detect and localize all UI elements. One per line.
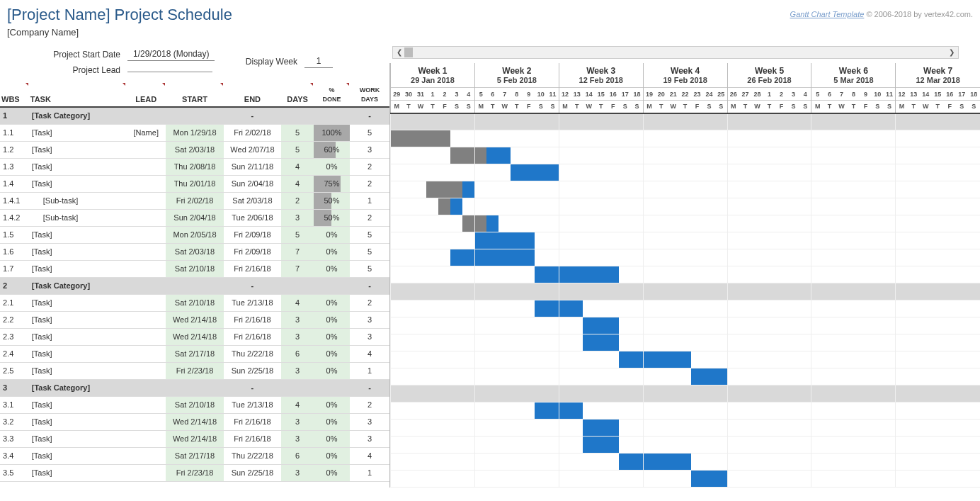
- day-number: 11: [884, 88, 896, 101]
- gantt-row: [391, 181, 981, 198]
- week-date: 26 Feb 2018: [727, 76, 811, 88]
- day-number: 13: [908, 88, 920, 101]
- day-number: 18: [631, 88, 643, 101]
- day-number: 17: [619, 88, 631, 101]
- col-end[interactable]: END: [224, 82, 281, 107]
- day-letter: F: [607, 101, 619, 113]
- day-letter: W: [751, 101, 763, 113]
- task-row[interactable]: 3.3[Task]Wed 2/14/18Fri 2/16/1830%3: [0, 430, 389, 447]
- task-row[interactable]: 3.5[Task]Fri 2/23/18Sun 2/25/1830%1: [0, 464, 389, 481]
- gantt-row: [391, 283, 981, 300]
- day-number: 8: [848, 88, 860, 101]
- col-start[interactable]: START: [166, 82, 223, 107]
- week-header: Week 7: [896, 63, 980, 76]
- category-row[interactable]: 3[Task Category]--: [0, 379, 389, 396]
- timeline-scrollbar[interactable]: ❮ ❯: [392, 46, 959, 59]
- day-number: 2: [775, 88, 787, 101]
- gantt-row: [391, 215, 981, 232]
- day-number: 29: [391, 88, 403, 101]
- day-letter: F: [775, 101, 787, 113]
- task-row[interactable]: 1.1[Task][Name]Mon 1/29/18Fri 2/02/18510…: [0, 124, 389, 141]
- day-number: 12: [896, 88, 908, 101]
- day-letter: S: [956, 101, 968, 113]
- col-pct-done[interactable]: %DONE: [314, 82, 350, 107]
- week-date: 12 Feb 2018: [559, 76, 643, 88]
- day-letter: F: [691, 101, 703, 113]
- day-letter: S: [547, 101, 559, 113]
- day-number: 12: [559, 88, 571, 101]
- day-number: 10: [535, 88, 547, 101]
- day-letter: T: [655, 101, 667, 113]
- day-number: 16: [944, 88, 956, 101]
- task-row[interactable]: 3.4[Task]Sat 2/17/18Thu 2/22/1860%4: [0, 447, 389, 464]
- task-row[interactable]: 1.2[Task]Sat 2/03/18Wed 2/07/18560%3: [0, 141, 389, 158]
- gantt-row: [391, 147, 981, 164]
- day-letter: T: [571, 101, 583, 113]
- category-row[interactable]: 2[Task Category]--: [0, 277, 389, 294]
- gantt-chart: Week 1Week 2Week 3Week 4Week 5Week 6Week…: [390, 63, 980, 488]
- project-start-value[interactable]: 1/29/2018 (Monday): [127, 47, 215, 61]
- project-lead-label: Project Lead: [0, 65, 127, 75]
- col-work-days[interactable]: WORKDAYS: [350, 82, 389, 107]
- col-wbs[interactable]: WBS: [0, 82, 29, 107]
- gantt-row: [391, 454, 981, 471]
- week-header: Week 5: [727, 63, 811, 76]
- day-number: 14: [920, 88, 932, 101]
- col-days[interactable]: DAYS: [281, 82, 314, 107]
- day-letter: T: [739, 101, 751, 113]
- template-link[interactable]: Gantt Chart Template: [790, 10, 865, 18]
- scroll-handle[interactable]: [404, 47, 413, 57]
- day-letter: T: [908, 101, 920, 113]
- task-row[interactable]: 1.5[Task]Mon 2/05/18Fri 2/09/1850%5: [0, 226, 389, 243]
- day-letter: S: [872, 101, 884, 113]
- day-letter: T: [511, 101, 523, 113]
- day-number: 30: [402, 88, 414, 101]
- week-header: Week 2: [474, 63, 559, 76]
- day-number: 18: [968, 88, 980, 101]
- task-row[interactable]: 2.5[Task]Fri 2/23/18Sun 2/25/1830%1: [0, 362, 389, 379]
- day-number: 21: [667, 88, 679, 101]
- day-number: 6: [486, 88, 498, 101]
- task-row[interactable]: 2.4[Task]Sat 2/17/18Thu 2/22/1860%4: [0, 345, 389, 362]
- scroll-right-icon[interactable]: ❯: [945, 47, 958, 58]
- day-letter: F: [438, 101, 450, 113]
- day-number: 8: [511, 88, 523, 101]
- task-row[interactable]: 1.6[Task]Sat 2/03/18Fri 2/09/1870%5: [0, 243, 389, 260]
- task-row[interactable]: 1.4.2[Sub-task]Sun 2/04/18Tue 2/06/18350…: [0, 209, 389, 226]
- day-letter: S: [535, 101, 547, 113]
- day-number: 19: [643, 88, 655, 101]
- week-header: Week 6: [811, 63, 896, 76]
- gantt-row: [391, 130, 981, 147]
- day-letter: M: [896, 101, 908, 113]
- gantt-row: [391, 437, 981, 454]
- gantt-row: [391, 113, 981, 130]
- task-row[interactable]: 2.1[Task]Sat 2/10/18Tue 2/13/1840%2: [0, 294, 389, 311]
- day-letter: T: [679, 101, 691, 113]
- day-number: 31: [414, 88, 426, 101]
- day-number: 14: [583, 88, 595, 101]
- task-row[interactable]: 1.4[Task]Thu 2/01/18Sun 2/04/18475%2: [0, 175, 389, 192]
- day-number: 25: [715, 88, 727, 101]
- task-row[interactable]: 1.3[Task]Thu 2/08/18Sun 2/11/1840%2: [0, 158, 389, 175]
- day-number: 5: [474, 88, 486, 101]
- week-date: 19 Feb 2018: [643, 76, 727, 88]
- task-row[interactable]: 3.1[Task]Sat 2/10/18Tue 2/13/1840%2: [0, 396, 389, 413]
- gantt-row: [391, 300, 981, 317]
- day-number: 16: [607, 88, 619, 101]
- col-task[interactable]: TASK: [29, 82, 127, 107]
- col-lead[interactable]: LEAD: [126, 82, 166, 107]
- task-row[interactable]: 1.7[Task]Sat 2/10/18Fri 2/16/1870%5: [0, 260, 389, 277]
- task-row[interactable]: 3.2[Task]Wed 2/14/18Fri 2/16/1830%3: [0, 413, 389, 430]
- category-row[interactable]: 1[Task Category]--: [0, 107, 389, 124]
- day-number: 3: [787, 88, 799, 101]
- task-row[interactable]: 2.3[Task]Wed 2/14/18Fri 2/16/1830%3: [0, 328, 389, 345]
- project-lead-value[interactable]: [127, 69, 212, 72]
- gantt-row: [391, 317, 981, 334]
- display-week-value[interactable]: 1: [304, 55, 333, 68]
- gantt-row: [391, 403, 981, 420]
- gantt-row: [391, 351, 981, 368]
- day-letter: W: [920, 101, 932, 113]
- task-row[interactable]: 1.4.1[Sub-task]Fri 2/02/18Sat 2/03/18250…: [0, 192, 389, 209]
- day-number: 20: [655, 88, 667, 101]
- task-row[interactable]: 2.2[Task]Wed 2/14/18Fri 2/16/1830%3: [0, 311, 389, 328]
